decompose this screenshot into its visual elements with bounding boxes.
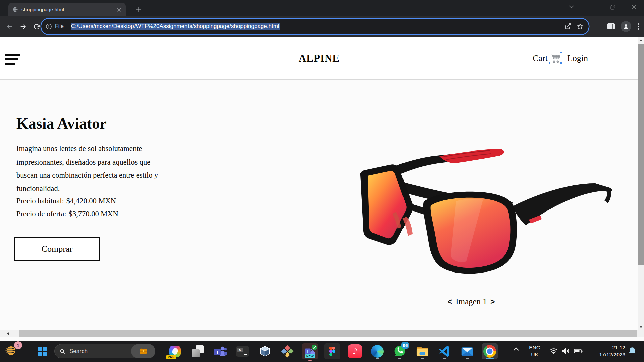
windows-logo-icon — [38, 347, 47, 356]
taskbar-icon-edge[interactable] — [369, 343, 385, 359]
teams-check-icon — [311, 344, 318, 351]
battery-icon[interactable] — [574, 347, 583, 355]
wifi-icon[interactable] — [549, 347, 558, 355]
taskbar-icon-mail[interactable] — [459, 343, 475, 359]
carousel-label: Imagen 1 — [455, 297, 487, 306]
volume-icon[interactable] — [561, 347, 570, 355]
horizontal-scroll-thumb[interactable] — [19, 330, 637, 337]
teams-icon: T — [213, 345, 227, 358]
back-button[interactable] — [4, 21, 15, 33]
url-text[interactable]: C:/Users/mcken/Desktop/WTF%20Assignments… — [71, 23, 564, 30]
product-description: Imagina unos lentes de sol absolutamente… — [16, 142, 158, 195]
regular-price-struck: $4,420.00 MXN — [66, 197, 116, 205]
taskbar-icon-apple-music[interactable]: ♪ — [347, 343, 363, 359]
taskbar-icon-teams-new[interactable]: T NEW — [302, 343, 318, 359]
buy-button[interactable]: Comprar — [14, 237, 100, 261]
taskbar-icon-copilot[interactable]: PRE — [167, 343, 183, 359]
browser-menu-icon[interactable] — [637, 22, 641, 31]
taskbar-icon-file-explorer[interactable] — [414, 343, 430, 359]
weather-badge: 1 — [14, 341, 22, 349]
taskbar-icon-terminal[interactable]: > — [234, 343, 251, 359]
regular-price-line: Precio habitual:$4,420.00 MXN — [16, 197, 116, 205]
folder-icon — [415, 345, 429, 357]
address-bar[interactable]: File C:/Users/mcken/Desktop/WTF%20Assign… — [41, 19, 589, 34]
minimize-button[interactable] — [582, 0, 602, 14]
chrome-icon — [483, 345, 496, 358]
carousel-prev-button[interactable]: < — [446, 297, 453, 306]
copilot-pre-badge: PRE — [166, 355, 176, 359]
virtualbox-icon — [258, 345, 272, 358]
taskbar-icon-vscode[interactable] — [437, 343, 453, 359]
briefcase-icon — [139, 347, 148, 355]
svg-text:T: T — [307, 349, 309, 354]
cart-link[interactable]: Cart — [533, 53, 561, 64]
profile-avatar[interactable] — [621, 21, 631, 32]
restore-button[interactable] — [602, 0, 623, 14]
cart-label: Cart — [533, 53, 548, 63]
scroll-left-icon[interactable] — [7, 332, 9, 335]
tab-close-icon[interactable] — [116, 6, 122, 13]
vertical-scroll-thumb[interactable] — [638, 44, 644, 265]
screen: shoppingpage.html — [0, 0, 644, 362]
taskbar-icon-design-diamonds[interactable] — [279, 343, 296, 359]
product-image-sunglasses — [356, 141, 617, 278]
reload-button[interactable] — [31, 21, 42, 33]
scroll-up-icon[interactable] — [640, 39, 642, 41]
image-carousel: < Imagen 1 > — [436, 297, 506, 306]
vscode-icon — [438, 345, 451, 358]
taskbar-search[interactable]: Search — [54, 344, 155, 358]
taskbar-icon-teams[interactable]: T — [212, 343, 228, 359]
tray-time: 21:12 — [588, 344, 625, 351]
tray-show-hidden-icons[interactable] — [513, 347, 520, 351]
start-button[interactable] — [34, 343, 50, 359]
carousel-next-button[interactable]: > — [489, 297, 496, 306]
product-title: Kasia Aviator — [16, 115, 107, 132]
windows-taskbar: 1 Search PRE — [0, 341, 644, 362]
globe-favicon-icon — [12, 7, 18, 12]
search-highlight-chip[interactable] — [131, 344, 155, 358]
edge-icon — [371, 345, 384, 358]
forward-button[interactable] — [17, 21, 29, 33]
browser-tabstrip: shoppingpage.html — [0, 0, 644, 16]
chevron-up-icon — [513, 347, 520, 351]
webpage: ALPINE Cart Login Kasia Aviator — [0, 37, 644, 337]
terminal-icon: > — [236, 346, 249, 357]
share-icon[interactable] — [564, 23, 572, 30]
cart-icon[interactable] — [550, 53, 561, 64]
login-link[interactable]: Login — [567, 53, 588, 63]
file-scheme-label: File — [55, 23, 64, 29]
scroll-down-icon[interactable] — [640, 326, 642, 328]
clock-widget[interactable]: 21:12 17/12/2023 — [588, 344, 625, 358]
figma-icon — [329, 346, 336, 356]
bookmark-star-icon[interactable] — [576, 23, 584, 31]
taskbar-icon-whatsapp[interactable]: 96 — [392, 343, 408, 359]
window-controls — [561, 0, 644, 14]
tab-title: shoppingpage.html — [21, 7, 116, 12]
whatsapp-badge: 96 — [401, 342, 409, 349]
info-icon[interactable] — [45, 23, 52, 30]
omnibox-separator — [67, 23, 67, 30]
taskbar-icon-chrome[interactable] — [482, 343, 498, 359]
language-indicator[interactable]: ENGUK — [525, 344, 544, 358]
sale-price-line: Precio de oferta:$3,770.00 MXN — [16, 209, 118, 218]
sale-price: $3,770.00 MXN — [69, 209, 118, 218]
new-tab-button[interactable] — [133, 5, 144, 15]
notification-bell-icon[interactable] — [628, 347, 637, 356]
tray-date: 17/12/2023 — [588, 351, 625, 358]
search-placeholder: Search — [69, 348, 131, 355]
browser-tab[interactable]: shoppingpage.html — [8, 3, 126, 16]
close-button[interactable] — [623, 0, 644, 14]
vertical-scrollbar[interactable] — [638, 37, 644, 330]
taskbar-icon-snip-layers[interactable] — [190, 343, 206, 359]
split-screen-icon[interactable] — [607, 23, 615, 30]
site-header: ALPINE Cart Login — [0, 37, 638, 80]
taskbar-icon-virtualbox[interactable] — [257, 343, 273, 359]
weather-widget[interactable]: 1 — [5, 343, 21, 359]
layers-icon — [192, 345, 204, 357]
teams-new-badge: NEW — [305, 354, 315, 358]
mail-icon — [461, 346, 474, 357]
search-icon — [59, 348, 65, 354]
horizontal-scrollbar[interactable] — [0, 330, 644, 337]
taskbar-icon-figma[interactable] — [324, 343, 340, 359]
tab-search-chevron-icon[interactable] — [561, 0, 582, 14]
